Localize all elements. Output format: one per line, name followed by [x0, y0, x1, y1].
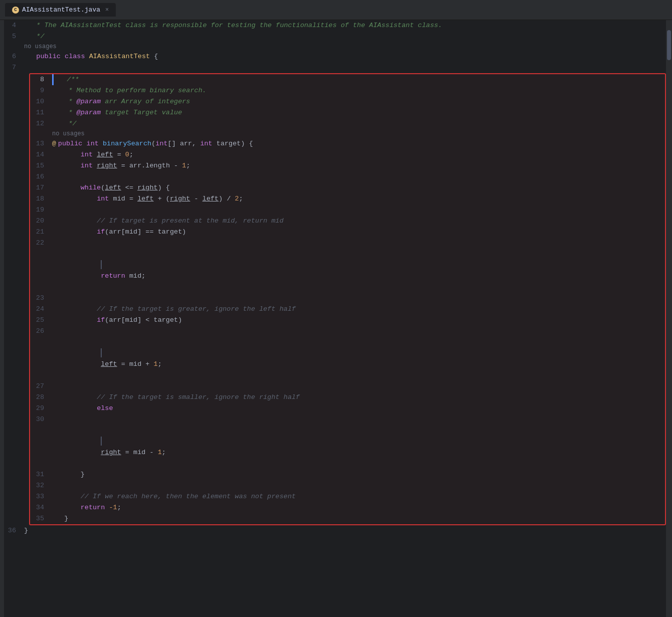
line-content-18: int mid = left + (right - left) / 2;	[52, 193, 663, 204]
code-line-13: 13 @ public int binarySearch(int[] arr, …	[32, 138, 663, 149]
code-line-31: 31 }	[32, 469, 663, 480]
line-content-12: */	[52, 118, 663, 129]
line-num-7: 7	[4, 62, 24, 73]
code-line-23: 23	[32, 293, 663, 304]
line-content-24: // If the target is greater, ignore the …	[52, 304, 663, 315]
code-line-19: 19	[32, 204, 663, 216]
code-line-34: 34 return -1;	[32, 502, 663, 513]
line-num-30: 30	[32, 414, 52, 425]
line-num-12: 12	[32, 118, 52, 129]
code-line-6: 6 public class AIAssistantTest {	[4, 51, 666, 62]
tab-close-button[interactable]: ×	[105, 7, 109, 14]
code-line-28: 28 // If the target is smaller, ignore t…	[32, 392, 663, 403]
line-num-9: 9	[32, 85, 52, 96]
code-line-8: 8 /**	[32, 74, 663, 85]
code-editor[interactable]: 4 * The AIAssistantTest class is respons…	[4, 20, 666, 617]
code-line-7: 7	[4, 62, 666, 73]
line-num-19: 19	[32, 204, 52, 216]
line-content-34: return -1;	[52, 502, 663, 513]
code-line-10: 10 * @param arr Array of integers	[32, 96, 663, 107]
code-line-33: 33 // If we reach here, then the element…	[32, 491, 663, 502]
scrollbar[interactable]	[666, 20, 672, 617]
title-bar: C AIAssistantTest.java ×	[0, 0, 672, 20]
line-num-5: 5	[4, 31, 24, 42]
code-line-24: 24 // If the target is greater, ignore t…	[32, 304, 663, 315]
line-num-33: 33	[32, 491, 52, 502]
line-num-34: 34	[32, 502, 52, 513]
code-line-9: 9 * Method to perform binary search.	[32, 85, 663, 96]
line-content-32	[52, 480, 663, 491]
no-usages-1: no usages	[4, 42, 666, 51]
line-content-36: }	[24, 525, 666, 536]
line-content-15: int right = arr.length - 1;	[52, 160, 663, 171]
code-line-15: 15 int right = arr.length - 1;	[32, 160, 663, 171]
line-num-26: 26	[32, 326, 52, 337]
line-content-26: left = mid + 1;	[52, 326, 663, 381]
line-num-28: 28	[32, 392, 52, 403]
line-content-35: }	[52, 513, 663, 524]
line-num-35: 35	[32, 513, 52, 524]
code-line-16: 16	[32, 171, 663, 182]
editor-container: 4 * The AIAssistantTest class is respons…	[0, 20, 672, 617]
line-num-10: 10	[32, 96, 52, 107]
line-content-31: }	[52, 469, 663, 480]
current-line-marker	[52, 74, 54, 85]
code-lines: 4 * The AIAssistantTest class is respons…	[4, 20, 666, 536]
code-line-22: 22 return mid;	[32, 238, 663, 293]
line-content-16	[52, 171, 663, 182]
line-content-6: public class AIAssistantTest {	[24, 51, 666, 62]
code-line-26: 26 left = mid + 1;	[32, 326, 663, 381]
code-line-11: 11 * @param target Target value	[32, 107, 663, 118]
line-content-5: */	[24, 31, 666, 42]
left-gutter	[0, 20, 4, 617]
line-content-22: return mid;	[52, 238, 663, 293]
code-line-21: 21 if(arr[mid] == target)	[32, 227, 663, 238]
line-num-18: 18	[32, 193, 52, 204]
no-usages-2: no usages	[32, 129, 663, 138]
line-content-11: * @param target Target value	[52, 107, 663, 118]
line-content-17: while(left <= right) {	[52, 182, 663, 193]
code-line-12: 12 */	[32, 118, 663, 129]
code-line-5: 5 */	[4, 31, 666, 42]
line-num-25: 25	[32, 315, 52, 326]
file-tab[interactable]: C AIAssistantTest.java ×	[5, 3, 116, 17]
line-content-21: if(arr[mid] == target)	[52, 227, 663, 238]
line-content-33: // If we reach here, then the element wa…	[52, 491, 663, 502]
code-line-14: 14 int left = 0;	[32, 149, 663, 160]
line-num-14: 14	[32, 149, 52, 160]
line-num-20: 20	[32, 216, 52, 227]
line-content-27	[52, 381, 663, 392]
at-symbol: @	[52, 138, 56, 149]
line-content-29: else	[52, 403, 663, 414]
line-num-32: 32	[32, 480, 52, 491]
line-num-13: 13	[32, 138, 52, 149]
code-line-17: 17 while(left <= right) {	[32, 182, 663, 193]
line-content-25: if(arr[mid] < target)	[52, 315, 663, 326]
line-content-13: public int binarySearch(int[] arr, int t…	[58, 138, 663, 149]
line-num-8: 8	[32, 74, 52, 85]
line-content-4: * The AIAssistantTest class is responsib…	[24, 20, 666, 31]
code-line-30: 30 right = mid - 1;	[32, 414, 663, 469]
line-content-14: int left = 0;	[52, 149, 663, 160]
line-num-36: 36	[4, 525, 24, 536]
line-content-20: // If target is present at the mid, retu…	[52, 216, 663, 227]
no-usages-label-2: no usages	[52, 129, 85, 138]
code-line-36: 36 }	[4, 525, 666, 536]
line-num-17: 17	[32, 182, 52, 193]
line-content-7	[24, 62, 666, 73]
tab-filename: AIAssistantTest.java	[22, 6, 100, 14]
line-num-22: 22	[32, 238, 52, 249]
line-num-29: 29	[32, 403, 52, 414]
highlighted-block: 8 /** 9 * Method to perform binary searc…	[29, 73, 666, 525]
code-line-25: 25 if(arr[mid] < target)	[32, 315, 663, 326]
tab-file-icon: C	[12, 7, 19, 14]
line-content-8: /**	[55, 74, 663, 85]
scrollbar-thumb[interactable]	[667, 30, 671, 60]
line-num-24: 24	[32, 304, 52, 315]
no-usages-label-1: no usages	[24, 42, 57, 51]
line-num-4: 4	[4, 20, 24, 31]
line-content-28: // If the target is smaller, ignore the …	[52, 392, 663, 403]
line-content-9: * Method to perform binary search.	[52, 85, 663, 96]
line-num-11: 11	[32, 107, 52, 118]
line-num-31: 31	[32, 469, 52, 480]
